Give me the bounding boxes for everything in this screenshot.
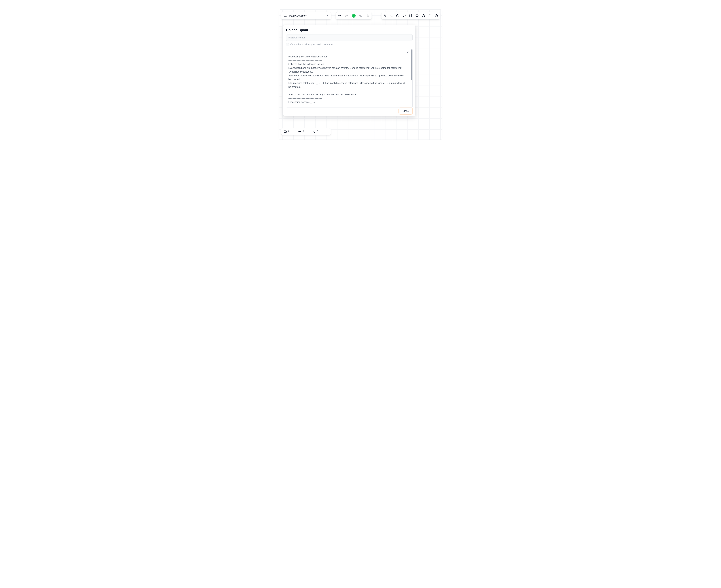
upload-log: ----------------------------------------…	[286, 49, 412, 108]
edit-actions	[336, 12, 372, 19]
log-scrollbar[interactable]	[411, 49, 412, 80]
stat-commands-value: 0	[317, 130, 318, 133]
code-icon[interactable]	[402, 14, 406, 18]
redo-icon[interactable]	[345, 14, 348, 18]
arrow-right-icon	[298, 130, 301, 133]
svg-rect-13	[429, 15, 431, 17]
presentation-icon[interactable]	[415, 14, 419, 18]
svg-point-12	[422, 15, 425, 17]
scheme-selector[interactable]: PizzaCustomer	[281, 12, 331, 19]
app-frame: PizzaCustomer	[279, 9, 442, 140]
view-actions	[381, 12, 440, 19]
svg-point-18	[414, 113, 414, 114]
chevron-down-icon[interactable]	[325, 14, 328, 18]
scheme-name-input[interactable]	[286, 34, 412, 41]
terminal-icon[interactable]	[389, 14, 393, 18]
scheme-name: PizzaCustomer	[289, 15, 306, 17]
trash-icon[interactable]	[366, 14, 370, 18]
svg-point-20	[414, 114, 414, 115]
stat-forms[interactable]: 0	[284, 130, 290, 133]
record-icon[interactable]	[359, 14, 363, 18]
scheme-selector-left: PizzaCustomer	[283, 14, 306, 18]
stat-transitions[interactable]: 0	[298, 130, 304, 133]
upload-log-text[interactable]: ----------------------------------------…	[286, 49, 412, 107]
menu-icon[interactable]	[283, 14, 287, 18]
stat-transitions-value: 0	[303, 130, 304, 133]
status-bar: 0 0 0	[281, 128, 331, 135]
prompt-icon	[313, 130, 316, 133]
overwrite-checkbox[interactable]	[286, 43, 289, 46]
user-icon[interactable]	[383, 14, 387, 18]
selection-icon[interactable]	[428, 14, 432, 18]
svg-point-23	[413, 114, 413, 115]
svg-point-7	[384, 15, 385, 16]
form-icon	[284, 130, 287, 133]
topbar: PizzaCustomer	[281, 12, 440, 19]
history-icon[interactable]	[434, 14, 438, 18]
svg-rect-10	[416, 15, 418, 17]
clock-icon[interactable]	[396, 14, 400, 18]
stat-commands[interactable]: 0	[313, 130, 318, 133]
modal-title: Upload Bpmn	[286, 28, 308, 32]
svg-rect-24	[284, 131, 287, 132]
overwrite-row: Overwrite previously uploaded schemes	[286, 43, 412, 46]
upload-bpmn-modal: Upload Bpmn Overwrite previously uploade…	[283, 25, 416, 116]
close-icon[interactable]	[408, 28, 412, 32]
undo-icon[interactable]	[338, 14, 341, 18]
braces-icon[interactable]	[409, 14, 412, 18]
modal-header: Upload Bpmn	[286, 28, 412, 32]
resize-handle-icon[interactable]	[412, 113, 415, 115]
add-icon[interactable]	[352, 14, 356, 18]
close-button[interactable]: Close	[399, 108, 412, 114]
stat-forms-value: 0	[288, 130, 290, 133]
parking-icon[interactable]	[422, 14, 425, 18]
svg-point-21	[413, 114, 414, 114]
svg-point-22	[413, 114, 414, 115]
copy-icon[interactable]	[407, 51, 409, 54]
overwrite-label: Overwrite previously uploaded schemes	[290, 43, 334, 46]
svg-point-19	[414, 114, 414, 114]
